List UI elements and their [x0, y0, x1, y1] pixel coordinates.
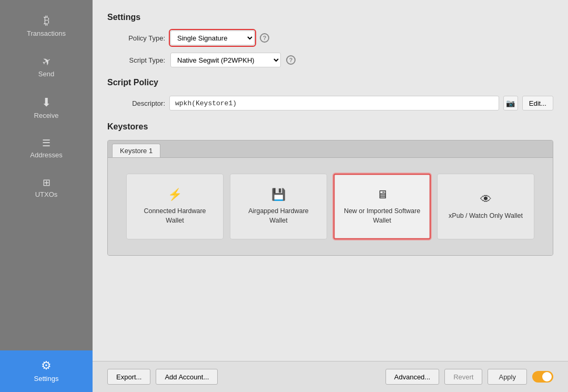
script-policy-section: Script Policy Descriptor: 📷 Edit... — [107, 78, 553, 110]
sidebar-item-receive[interactable]: ⬇ Receive — [0, 87, 93, 129]
keystore-content: ⚡ Connected HardwareWallet 💾 Airgapped H… — [108, 158, 553, 255]
hardware-wallet-icon: ⚡ — [168, 188, 182, 202]
keystore-option-xpub[interactable]: 👁 xPub / Watch Only Wallet — [437, 174, 534, 239]
apply-button[interactable]: Apply — [488, 369, 527, 385]
software-wallet-label: New or Imported SoftwareWallet — [344, 207, 420, 225]
software-wallet-icon: 🖥 — [377, 188, 388, 202]
receive-icon: ⬇ — [42, 97, 51, 108]
policy-type-select[interactable]: Single Signature Multi Signature — [170, 31, 255, 45]
keystore-tabs: Keystore 1 — [108, 140, 553, 158]
sidebar-item-send[interactable]: ✈ Send — [0, 47, 93, 87]
sidebar-label-transactions: Transactions — [27, 29, 66, 37]
keystores-box: Keystore 1 ⚡ Connected HardwareWallet 💾 … — [107, 140, 553, 256]
descriptor-input[interactable] — [169, 96, 499, 110]
settings-title: Settings — [107, 13, 553, 22]
camera-button[interactable]: 📷 — [503, 96, 518, 110]
airgapped-wallet-label: Airgapped HardwareWallet — [248, 207, 309, 225]
content-area: Settings Policy Type: Single Signature M… — [93, 0, 568, 361]
sidebar-label-receive: Receive — [34, 112, 59, 119]
keystore-option-software[interactable]: 🖥 New or Imported SoftwareWallet — [333, 174, 431, 239]
descriptor-row: Descriptor: 📷 Edit... — [107, 96, 553, 110]
keystores-title: Keystores — [107, 122, 553, 132]
sidebar-item-transactions[interactable]: ₿ Transactions — [0, 5, 93, 47]
airgapped-wallet-icon: 💾 — [271, 188, 286, 202]
keystore-tab-1[interactable]: Keystore 1 — [112, 144, 160, 157]
send-icon: ✈ — [40, 55, 53, 68]
settings-icon: ⚙ — [41, 360, 52, 371]
script-policy-title: Script Policy — [107, 78, 553, 87]
sidebar-label-settings: Settings — [34, 375, 59, 383]
toggle-slider — [532, 371, 553, 383]
sidebar: ₿ Transactions ✈ Send ⬇ Receive ☰ Addres… — [0, 0, 93, 392]
bitcoin-icon: ₿ — [44, 15, 49, 26]
main-content: Settings Policy Type: Single Signature M… — [93, 0, 568, 392]
policy-type-help-icon[interactable]: ? — [260, 33, 269, 43]
bottom-bar: Export... Add Account... Advanced... Rev… — [93, 361, 568, 392]
keystores-section: Keystores Keystore 1 ⚡ Connected Hardwar… — [107, 122, 553, 256]
sidebar-item-utxos[interactable]: ⊞ UTXOs — [0, 168, 93, 208]
sidebar-label-addresses: Addresses — [30, 151, 62, 159]
script-type-row: Script Type: Native Segwit (P2WPKH) P2SH… — [107, 53, 553, 67]
policy-type-row: Policy Type: Single Signature Multi Sign… — [107, 31, 553, 45]
sidebar-label-utxos: UTXOs — [35, 190, 58, 198]
script-type-help-icon[interactable]: ? — [286, 55, 296, 65]
advanced-button[interactable]: Advanced... — [386, 369, 440, 385]
script-type-select[interactable]: Native Segwit (P2WPKH) P2SH-Segwit (P2SH… — [170, 53, 281, 67]
policy-type-label: Policy Type: — [107, 34, 165, 42]
descriptor-label: Descriptor: — [107, 99, 165, 107]
addresses-icon: ☰ — [42, 138, 50, 148]
script-type-label: Script Type: — [107, 56, 165, 64]
toggle-switch[interactable] — [532, 371, 553, 383]
sidebar-item-settings[interactable]: ⚙ Settings — [0, 350, 93, 392]
keystore-option-hardware[interactable]: ⚡ Connected HardwareWallet — [126, 174, 224, 239]
add-account-button[interactable]: Add Account... — [156, 369, 218, 385]
edit-button[interactable]: Edit... — [522, 96, 553, 110]
keystore-options: ⚡ Connected HardwareWallet 💾 Airgapped H… — [118, 174, 542, 239]
sidebar-item-addresses[interactable]: ☰ Addresses — [0, 129, 93, 168]
revert-button[interactable]: Revert — [444, 369, 482, 385]
hardware-wallet-label: Connected HardwareWallet — [144, 207, 206, 225]
keystore-option-airgapped[interactable]: 💾 Airgapped HardwareWallet — [230, 174, 327, 239]
export-button[interactable]: Export... — [107, 369, 150, 385]
sidebar-label-send: Send — [38, 70, 54, 78]
xpub-wallet-icon: 👁 — [480, 193, 492, 206]
xpub-wallet-label: xPub / Watch Only Wallet — [449, 212, 523, 221]
utxos-icon: ⊞ — [43, 178, 50, 187]
